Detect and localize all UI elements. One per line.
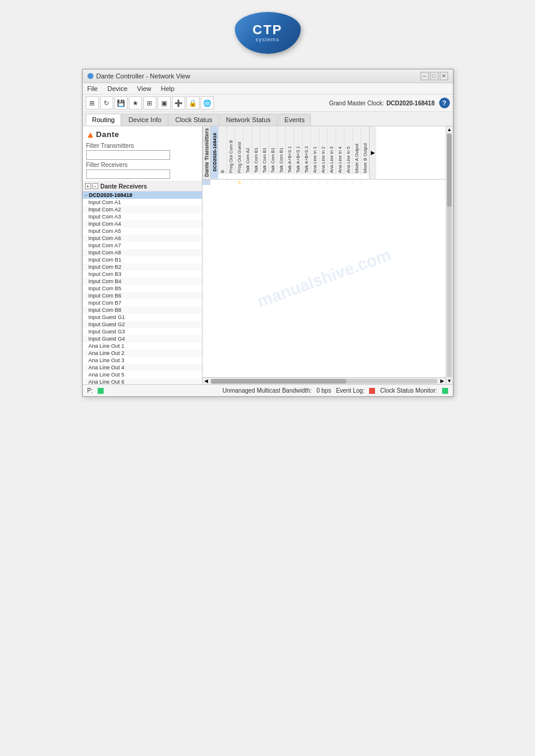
menu-device[interactable]: Device [105, 84, 129, 93]
receiver-item[interactable]: Input Com A6 [83, 235, 202, 242]
help-button[interactable]: ? [439, 98, 450, 108]
receiver-item[interactable]: Input Com A2 [83, 206, 202, 213]
receiver-item[interactable]: Input Guest G2 [83, 321, 202, 328]
receiver-item[interactable]: Ana Line Out 3 [83, 357, 202, 364]
network-button[interactable]: 🌐 [201, 96, 214, 110]
vertical-scrollbar: ▲ ▼ [446, 126, 453, 384]
receiver-item[interactable]: Input Com B7 [83, 299, 202, 306]
tab-clock-status[interactable]: Clock Status [168, 114, 219, 126]
horizontal-scrollbar[interactable]: ◀ ▶ [202, 377, 446, 384]
grid-cell[interactable] [344, 180, 353, 185]
grid-cell-warning[interactable]: ⚠ [235, 180, 244, 185]
add-button[interactable]: ➕ [172, 96, 185, 110]
scroll-right-btn2[interactable]: ▶ [439, 378, 446, 384]
receiver-item[interactable]: Ana Line Out 5 [83, 371, 202, 378]
grid-cell[interactable] [319, 180, 328, 185]
star-button[interactable]: ★ [129, 96, 142, 110]
scroll-right-button[interactable]: ▶ [369, 126, 376, 179]
grid-cell[interactable] [277, 180, 286, 185]
filter-receivers-label: Filter Receivers [86, 162, 198, 168]
grid-cell[interactable] [252, 180, 261, 185]
expand-all-button[interactable]: + [85, 183, 91, 189]
scroll-up-btn[interactable]: ▲ [446, 126, 452, 133]
tx-col-prog-b: Prog Out Com B [226, 126, 235, 174]
close-button[interactable]: ✕ [440, 72, 448, 80]
device-header[interactable]: − DCD2020-168418 [83, 192, 202, 199]
maximize-button[interactable]: □ [430, 72, 439, 80]
save-button[interactable]: 💾 [114, 96, 128, 110]
receiver-item[interactable]: Input Com A1 [83, 199, 202, 206]
receiver-item[interactable]: Input Com B6 [83, 292, 202, 299]
grid-cell[interactable] [219, 180, 227, 185]
grid-cell[interactable] [328, 180, 336, 185]
toolbar: ⊞ ↻ 💾 ★ ⊞ ▣ ➕ 🔒 🌐 Grand Master Clock: DC… [83, 95, 453, 112]
grid-cell[interactable] [269, 180, 277, 185]
lock-button[interactable]: 🔒 [186, 96, 200, 110]
menubar: File Device View Help [83, 83, 453, 95]
tx-col-line2: Ana Line In 2 [319, 126, 327, 174]
receiver-item[interactable]: Input Guest G1 [83, 314, 202, 321]
tx-col-talk-b1c: Talk Com B1 [268, 126, 277, 174]
receiver-item[interactable]: Input Com B4 [83, 278, 202, 285]
grid-cell[interactable] [227, 180, 235, 185]
receiver-item[interactable]: Input Com A4 [83, 220, 202, 227]
grid-cell[interactable] [210, 180, 219, 185]
event-log-dot [369, 388, 375, 394]
receiver-item[interactable]: Ana Line Out 6 [83, 378, 202, 384]
dante-logo-section: ▲ Dante Filter Transmitters Filter Recei… [83, 126, 202, 181]
receiver-item[interactable]: Ana Line Out 1 [83, 342, 202, 350]
menu-view[interactable]: View [135, 84, 153, 93]
refresh-button[interactable]: ↻ [100, 96, 113, 110]
left-panel: ▲ Dante Filter Transmitters Filter Recei… [83, 126, 202, 384]
clock-label: Grand Master Clock: [329, 100, 384, 107]
menu-help[interactable]: Help [159, 84, 177, 93]
tx-col-talk-b1a: Talk Com B1 [252, 126, 260, 174]
grid-cell[interactable] [244, 180, 252, 185]
receiver-item[interactable]: Input Com A7 [83, 242, 202, 249]
grid-cell[interactable] [336, 180, 344, 185]
receiver-item[interactable]: Input Com B2 [83, 263, 202, 271]
tab-network-status[interactable]: Network Status [219, 114, 277, 126]
grid-cell[interactable] [286, 180, 294, 185]
receiver-item[interactable]: Input Com B8 [83, 306, 202, 314]
receiver-item[interactable]: Input Com B5 [83, 285, 202, 292]
receiver-item[interactable]: Input Com B1 [83, 256, 202, 263]
receiver-item[interactable]: Input Com A5 [83, 227, 202, 235]
event-log-label: Event Log: [336, 387, 365, 394]
clock-status-label: Clock Status Monitor: [380, 387, 437, 394]
receiver-list: Input Com A1 Input Com A2 Input Com A3 I… [83, 199, 202, 384]
routing-button[interactable]: ⊞ [86, 96, 99, 110]
grid-body: ⚠ [202, 180, 446, 185]
tx-col-abs1b: Talk A+B+S 1 [294, 126, 302, 174]
tab-device-info[interactable]: Device Info [122, 114, 168, 126]
receiver-item[interactable]: Input Com B3 [83, 271, 202, 278]
filter-receivers-input[interactable] [86, 169, 170, 179]
grid-cell[interactable] [353, 180, 361, 185]
receiver-item[interactable]: Ana Line Out 2 [83, 350, 202, 357]
receiver-item[interactable]: Input Guest G3 [83, 328, 202, 335]
scroll-left-btn[interactable]: ◀ [202, 378, 210, 384]
grid-cell[interactable] [261, 180, 269, 185]
tab-events[interactable]: Events [278, 114, 312, 126]
receiver-item[interactable]: Input Com A8 [83, 249, 202, 256]
grid-cell[interactable] [294, 180, 303, 185]
grid-cell[interactable] [303, 180, 311, 185]
grid-cell[interactable] [311, 180, 319, 185]
bandwidth-label: Unmanaged Multicast Bandwidth: [222, 387, 312, 394]
tab-routing[interactable]: Routing [86, 114, 122, 126]
monitor-button[interactable]: ▣ [158, 96, 171, 110]
tx-col-B: B [218, 126, 226, 174]
receiver-item[interactable]: Input Guest G4 [83, 335, 202, 342]
tx-col-mixer-a: Mixer A Output [352, 126, 361, 174]
collapse-all-button[interactable]: − [92, 183, 98, 189]
menu-file[interactable]: File [86, 84, 100, 93]
ctp-logo: CTP systems [235, 12, 301, 54]
filter-transmitters-input[interactable] [86, 150, 170, 160]
title-icon [87, 73, 93, 79]
scroll-down-btn[interactable]: ▼ [446, 378, 452, 384]
minimize-button[interactable]: ─ [421, 72, 429, 80]
receiver-item[interactable]: Ana Line Out 4 [83, 364, 202, 371]
grid-button[interactable]: ⊞ [143, 96, 156, 110]
receiver-item[interactable]: Input Com A3 [83, 213, 202, 220]
clock-status-dot [442, 388, 448, 394]
